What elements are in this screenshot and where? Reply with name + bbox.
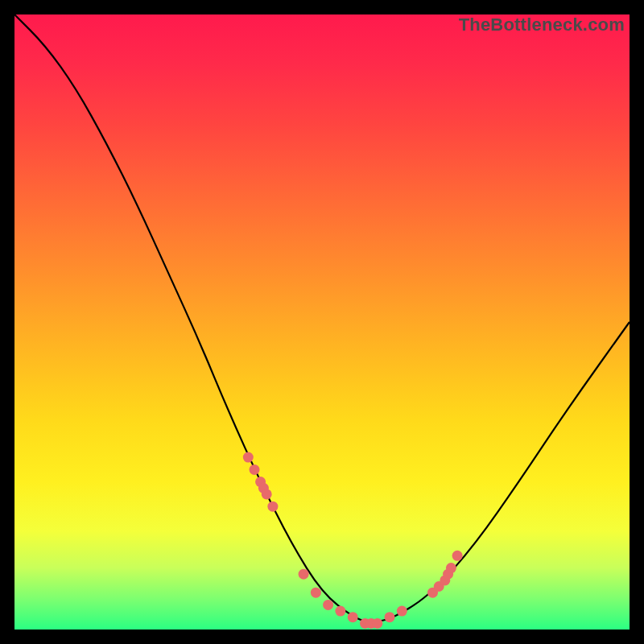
data-point <box>311 588 321 598</box>
data-point <box>446 563 456 573</box>
data-point <box>299 569 309 580</box>
plot-area: TheBottleneck.com <box>14 14 630 630</box>
data-point <box>250 464 260 475</box>
dot-cluster <box>243 452 463 629</box>
chart-frame: TheBottleneck.com <box>0 0 644 644</box>
data-point <box>397 606 407 617</box>
data-point <box>348 612 358 622</box>
data-point <box>335 606 345 617</box>
data-point <box>372 618 382 629</box>
data-point <box>452 551 463 561</box>
data-point <box>262 489 272 499</box>
bottleneck-curve <box>14 14 630 621</box>
data-point <box>385 612 395 622</box>
data-point <box>267 502 278 512</box>
data-point <box>243 452 254 463</box>
data-point <box>323 600 333 610</box>
curve-svg <box>14 14 630 630</box>
